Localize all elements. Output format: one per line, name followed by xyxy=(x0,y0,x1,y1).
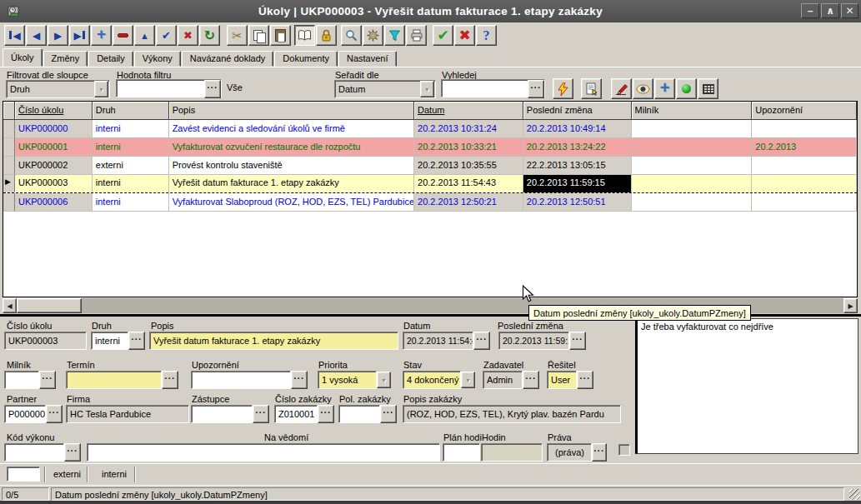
cell-upozorneni[interactable] xyxy=(752,120,857,138)
scrollbar-thumb[interactable] xyxy=(17,298,82,313)
cell-datum[interactable]: 20.2.2013 10:33:21 xyxy=(414,138,523,157)
minimize-button[interactable]: – xyxy=(801,3,819,18)
row-selector-cell[interactable] xyxy=(3,120,15,138)
cislo-zakazky-lookup-button[interactable]: ··· xyxy=(318,405,334,423)
druh-field[interactable]: interni xyxy=(91,332,128,350)
cell-zmena[interactable]: 22.2.2013 13:05:15 xyxy=(523,157,632,175)
delete-record-button[interactable] xyxy=(113,25,133,46)
cell-upozorneni[interactable] xyxy=(752,193,857,212)
column-header-id[interactable]: Číslo úkolu xyxy=(15,102,93,120)
copy-button[interactable] xyxy=(248,25,269,46)
cell-zmena[interactable]: 20.2.2013 12:50:51 xyxy=(523,193,632,212)
cell-druh[interactable]: interni xyxy=(93,120,169,138)
resitel-lookup-button[interactable]: ··· xyxy=(577,371,593,389)
cell-datum[interactable]: 20.2.2013 12:50:21 xyxy=(414,193,523,212)
settings-button[interactable] xyxy=(363,25,383,46)
datum-field[interactable]: 20.2.2013 11:54:43 xyxy=(403,332,473,350)
column-header-druh[interactable]: Druh xyxy=(93,102,169,120)
sort-by-dropdown-button[interactable]: ▼ xyxy=(420,81,434,97)
priorita-combo[interactable]: 1 vysoká xyxy=(318,371,377,389)
termin-field[interactable] xyxy=(66,371,162,389)
cell-upozorneni[interactable] xyxy=(752,157,857,175)
popis-field[interactable]: Vyřešit datum fakturace 1. etapy zakázky xyxy=(149,332,398,350)
post-record-button[interactable]: ✔ xyxy=(156,25,177,46)
paste-button[interactable] xyxy=(270,25,291,46)
cell-zmena[interactable]: 20.2.2013 10:49:14 xyxy=(523,120,632,138)
tab-zmeny[interactable]: Změny xyxy=(43,51,88,67)
cell-id[interactable]: UKP000006 xyxy=(15,193,93,212)
cell-druh[interactable]: interni xyxy=(93,175,169,192)
bottom-tab-externi[interactable]: externi xyxy=(53,469,81,479)
cell-milnik[interactable] xyxy=(632,175,753,192)
milnik-field[interactable] xyxy=(4,371,39,389)
insert-record-button[interactable]: + xyxy=(91,25,112,46)
datum-lookup-button[interactable]: ··· xyxy=(473,332,490,350)
cell-id[interactable]: UKP000003 xyxy=(15,175,93,192)
zadavatel-field[interactable]: Admin xyxy=(483,371,523,389)
table-row[interactable]: UKP000006interniVyfakturovat Slaboproud … xyxy=(3,193,857,212)
firma-field[interactable]: HC Tesla Pardubice xyxy=(66,405,189,423)
first-record-button[interactable]: ◀ xyxy=(4,25,25,46)
prava-lookup-button[interactable]: ··· xyxy=(592,443,607,462)
cell-id[interactable]: UKP000000 xyxy=(15,120,93,138)
column-header-datum[interactable]: Datum xyxy=(414,102,523,120)
status-ball-button[interactable] xyxy=(676,78,697,99)
kod-vykonu-lookup-button[interactable]: ··· xyxy=(64,443,81,462)
cell-datum[interactable]: 20.2.2013 11:54:43 xyxy=(414,175,523,192)
pol-zakazky-lookup-button[interactable]: ··· xyxy=(380,405,397,423)
cut-button[interactable]: ✂ xyxy=(227,25,248,46)
plan-hodi-field[interactable] xyxy=(443,443,480,462)
zastupce-field[interactable] xyxy=(191,405,253,423)
browse-book-button[interactable] xyxy=(294,25,315,46)
tab-detaily[interactable]: Detaily xyxy=(88,51,133,67)
cell-milnik[interactable] xyxy=(632,138,753,157)
column-header-zmena[interactable]: Poslední změna xyxy=(523,102,632,120)
partner-field[interactable]: P000000 xyxy=(4,405,46,423)
cell-popis[interactable]: Vyfakturovat Slaboproud (ROZ, HOD, EZS, … xyxy=(169,193,414,212)
tab-navazane-doklady[interactable]: Navázané doklady xyxy=(182,51,274,67)
maximize-button[interactable]: ∧ xyxy=(821,3,839,18)
cell-milnik[interactable] xyxy=(632,193,753,212)
edit-record-button[interactable]: ▲ xyxy=(134,25,155,46)
resitel-field[interactable]: User xyxy=(547,371,577,389)
partner-lookup-button[interactable]: ··· xyxy=(46,405,63,423)
filter-button[interactable] xyxy=(384,25,405,46)
report-button[interactable] xyxy=(581,78,602,99)
row-selector-cell[interactable] xyxy=(3,138,15,157)
form-checkbox[interactable] xyxy=(618,444,630,456)
posledni-zmena-field[interactable]: 20.2.2013 11:59:15 xyxy=(498,332,569,350)
note-memo[interactable]: Je třeba vyfakturovat co nejdříve xyxy=(635,318,858,454)
posledni-zmena-lookup-button[interactable]: ··· xyxy=(569,332,586,350)
help-button[interactable]: ? xyxy=(476,25,497,46)
resize-grip[interactable] xyxy=(849,489,860,500)
bottom-tab-interni[interactable]: interni xyxy=(102,469,127,479)
cell-popis[interactable]: Provést kontrolu staveniště xyxy=(169,157,414,175)
search-button[interactable] xyxy=(341,25,362,46)
table-row[interactable]: ▶UKP000003interniVyřešit datum fakturace… xyxy=(3,174,857,193)
table-row[interactable]: UKP000002externiProvést kontrolu staveni… xyxy=(3,157,857,175)
prava-field[interactable]: (práva) xyxy=(547,443,592,462)
row-selector-cell[interactable]: ▶ xyxy=(3,175,15,192)
column-header-popis[interactable]: Popis xyxy=(169,102,414,120)
kod-vykonu-field[interactable] xyxy=(4,443,64,462)
na-vedomi-field[interactable] xyxy=(87,443,440,462)
bottom-filter-input[interactable] xyxy=(7,467,40,482)
view-button[interactable] xyxy=(633,78,653,99)
cislo-zakazky-field[interactable]: Z010001 xyxy=(274,405,318,423)
column-header-milnik[interactable]: Milník xyxy=(632,102,753,120)
tab-vykony[interactable]: Výkony xyxy=(134,51,181,67)
cell-zmena[interactable]: 20.2.2013 13:24:22 xyxy=(523,138,632,157)
priorita-dropdown-button[interactable]: ▼ xyxy=(377,372,391,388)
row-selector-cell[interactable] xyxy=(3,157,15,175)
termin-lookup-button[interactable]: ··· xyxy=(162,371,178,389)
stav-dropdown-button[interactable]: ▼ xyxy=(461,372,475,388)
filter-value-lookup-button[interactable]: ··· xyxy=(204,80,221,98)
grid-view-button[interactable] xyxy=(698,78,718,99)
cell-upozorneni[interactable]: 20.2.2013 xyxy=(752,138,857,157)
stav-combo[interactable]: 4 dokončený xyxy=(403,371,461,389)
pol-zakazky-field[interactable] xyxy=(338,405,380,423)
storno-button[interactable]: ✖ xyxy=(454,25,475,46)
cell-popis[interactable]: Vyřešit datum fakturace 1. etapy zakázky xyxy=(169,175,414,192)
cell-druh[interactable]: interni xyxy=(93,138,169,157)
cell-upozorneni[interactable] xyxy=(752,175,857,192)
